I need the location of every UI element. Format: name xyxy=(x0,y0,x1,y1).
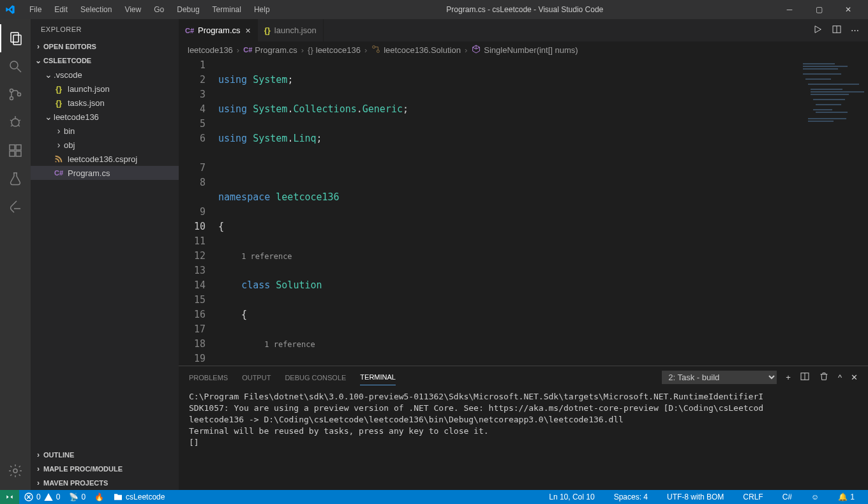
split-icon[interactable] xyxy=(832,24,842,36)
svg-rect-30 xyxy=(811,94,849,95)
breadcrumb-class[interactable]: leetcoce136.Solution xyxy=(384,45,461,55)
outline-header[interactable]: ›OUTLINE xyxy=(31,448,179,462)
activity-search[interactable] xyxy=(0,52,31,80)
tree-label: tasks.json xyxy=(68,98,105,108)
minimap[interactable] xyxy=(798,58,868,366)
more-icon[interactable]: ⋯ xyxy=(851,26,859,35)
menu-go[interactable]: Go xyxy=(149,3,169,17)
menu-help[interactable]: Help xyxy=(249,3,275,17)
svg-rect-14 xyxy=(10,151,15,156)
maven-label: MAVEN PROJECTS xyxy=(43,479,108,487)
workspace-label: CSLEETCODE xyxy=(43,57,91,64)
svg-point-2 xyxy=(10,61,18,69)
svg-rect-0 xyxy=(11,33,19,42)
breadcrumb-file[interactable]: Program.cs xyxy=(255,45,297,55)
status-eol[interactable]: CRLF xyxy=(738,490,767,504)
status-fire[interactable]: 🔥 xyxy=(90,490,108,504)
svg-rect-36 xyxy=(808,121,834,122)
code-content[interactable]: using System; using System.Collections.G… xyxy=(218,58,798,366)
outline-label: OUTLINE xyxy=(43,451,74,459)
menu-terminal[interactable]: Terminal xyxy=(207,3,246,17)
close-icon[interactable]: × xyxy=(246,26,251,36)
status-errors[interactable]: 0 0 xyxy=(19,490,64,504)
menu-selection[interactable]: Selection xyxy=(75,3,117,17)
maple-header[interactable]: ›MAPLE PROC/MODULE xyxy=(31,462,179,476)
breadcrumb-method[interactable]: SingleNumber(int[] nums) xyxy=(484,45,578,55)
tab-label: Program.cs xyxy=(198,26,240,35)
tree-file-program[interactable]: C#Program.cs xyxy=(31,166,179,180)
activity-test[interactable] xyxy=(0,165,31,193)
window-title: Program.cs - csLeetcode - Visual Studio … xyxy=(275,5,775,14)
terminal-select[interactable]: 2: Task - build xyxy=(662,371,777,384)
svg-line-12 xyxy=(18,125,20,126)
panel-tab-output[interactable]: OUTPUT xyxy=(242,370,271,385)
svg-rect-16 xyxy=(16,145,21,150)
status-errors-count: 0 xyxy=(36,493,41,501)
activity-extensions[interactable] xyxy=(0,137,31,165)
maven-header[interactable]: ›MAVEN PROJECTS xyxy=(31,476,179,490)
status-encoding[interactable]: UTF-8 with BOM xyxy=(662,490,728,504)
open-editors-label: OPEN EDITORS xyxy=(43,43,96,50)
close-panel-icon[interactable]: ✕ xyxy=(851,373,858,382)
menu-file[interactable]: File xyxy=(24,3,47,17)
file-tree: ⌄.vscode {}launch.json {}tasks.json ⌄lee… xyxy=(31,68,179,180)
tree-file-tasks[interactable]: {}tasks.json xyxy=(31,96,179,110)
status-feedback[interactable]: ☺ xyxy=(807,490,823,504)
tree-label: obj xyxy=(64,140,75,150)
sidebar: EXPLORER ›OPEN EDITORS ⌄CSLEETCODE ⌄.vsc… xyxy=(31,19,179,490)
maximize-button[interactable]: ▢ xyxy=(804,0,834,19)
panel-tab-debug[interactable]: DEBUG CONSOLE xyxy=(285,370,346,385)
status-folder-name: csLeetcode xyxy=(126,493,165,501)
tab-label: launch.json xyxy=(274,26,317,35)
split-terminal-icon[interactable] xyxy=(800,371,810,383)
terminal-line: leetcode136 -> D:\Coding\csLeetcode\leet… xyxy=(189,414,858,426)
code-editor[interactable]: 123456 78 9 10 11121314151617181920 usin… xyxy=(179,58,868,366)
svg-point-17 xyxy=(13,469,17,473)
menu-debug[interactable]: Debug xyxy=(172,3,204,17)
new-terminal-icon[interactable]: + xyxy=(786,373,791,382)
codelens-references[interactable]: 1 reference xyxy=(264,340,315,349)
breadcrumb-folder[interactable]: leetcode136 xyxy=(188,45,233,55)
status-folder[interactable]: csLeetcode xyxy=(108,490,169,504)
activity-debug[interactable] xyxy=(0,108,31,137)
maximize-panel-icon[interactable]: ^ xyxy=(838,373,842,382)
panel-tab-terminal[interactable]: TERMINAL xyxy=(360,369,396,385)
activity-explorer[interactable] xyxy=(0,24,31,52)
svg-rect-32 xyxy=(816,104,841,105)
tree-folder-bin[interactable]: ›bin xyxy=(31,124,179,138)
tree-folder-vscode[interactable]: ⌄.vscode xyxy=(31,68,179,82)
status-spaces[interactable]: Spaces: 4 xyxy=(610,490,652,504)
activity-leetcode[interactable] xyxy=(0,193,31,221)
status-port-value: 0 xyxy=(81,493,86,501)
panel-tab-problems[interactable]: PROBLEMS xyxy=(189,370,228,385)
remote-button[interactable] xyxy=(0,490,19,504)
open-editors-header[interactable]: ›OPEN EDITORS xyxy=(31,40,179,54)
menu-edit[interactable]: Edit xyxy=(49,3,73,17)
method-icon xyxy=(471,44,481,56)
menu-bar: File Edit Selection View Go Debug Termin… xyxy=(24,3,275,17)
menu-view[interactable]: View xyxy=(119,3,146,17)
minimize-button[interactable]: ─ xyxy=(775,0,804,19)
run-icon[interactable] xyxy=(812,24,823,36)
breadcrumbs[interactable]: leetcode136› C#Program.cs› {} leetcoce13… xyxy=(179,41,868,58)
tree-folder-obj[interactable]: ›obj xyxy=(31,138,179,152)
status-port[interactable]: 📡 0 xyxy=(64,490,90,504)
trash-icon[interactable] xyxy=(819,371,829,383)
tree-file-csproj[interactable]: leetcode136.csproj xyxy=(31,152,179,166)
status-notifications[interactable]: 🔔1 xyxy=(834,490,859,504)
json-icon: {} xyxy=(54,84,64,94)
tab-launch[interactable]: {} launch.json xyxy=(258,19,324,41)
activity-settings[interactable] xyxy=(0,457,31,485)
codelens-references[interactable]: 1 reference xyxy=(241,252,292,261)
breadcrumb-namespace[interactable]: leetcoce136 xyxy=(316,45,361,55)
status-cursor[interactable]: Ln 10, Col 10 xyxy=(544,490,599,504)
close-button[interactable]: ✕ xyxy=(834,0,863,19)
status-language[interactable]: C# xyxy=(778,490,797,504)
workspace-header[interactable]: ⌄CSLEETCODE xyxy=(31,54,179,68)
tree-file-launch[interactable]: {}launch.json xyxy=(31,82,179,96)
tab-program[interactable]: C# Program.cs × xyxy=(179,19,258,41)
tree-folder-leetcode[interactable]: ⌄leetcode136 xyxy=(31,110,179,124)
terminal-line: C:\Program Files\dotnet\sdk\3.0.100-prev… xyxy=(189,391,858,403)
terminal-output[interactable]: C:\Program Files\dotnet\sdk\3.0.100-prev… xyxy=(179,389,868,490)
activity-source-control[interactable] xyxy=(0,80,31,108)
